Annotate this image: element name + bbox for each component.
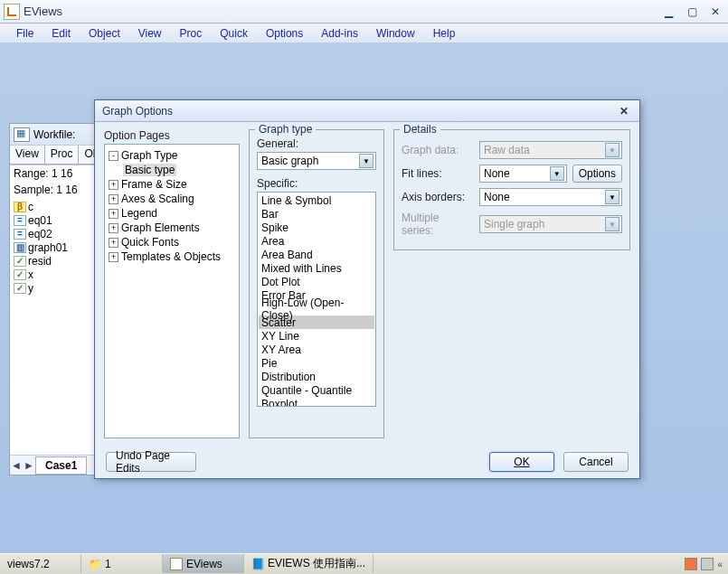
- chevron-down-icon: ▼: [550, 166, 564, 181]
- tree-expand-icon[interactable]: -: [109, 151, 118, 161]
- ok-button[interactable]: OK: [489, 452, 554, 472]
- wf-toolbar-view[interactable]: View: [10, 146, 45, 165]
- menu-add-ins[interactable]: Add-ins: [312, 25, 367, 42]
- tree-expand-icon[interactable]: +: [109, 252, 118, 262]
- menu-file[interactable]: File: [7, 25, 43, 42]
- workfile-item-label: graph01: [28, 241, 68, 254]
- wf-toolbar-proc[interactable]: Proc: [45, 146, 80, 165]
- specific-item[interactable]: Quantile - Quantile: [259, 383, 374, 397]
- folder-icon: 📁: [89, 558, 101, 570]
- detail-value: Raw data: [484, 144, 530, 156]
- titlebar: EViews ▁ ▢ ✕: [0, 0, 728, 24]
- tree-expand-icon[interactable]: +: [109, 238, 118, 248]
- specific-item[interactable]: Area Band: [259, 248, 374, 261]
- graph-options-dialog: Graph Options ✕ Option Pages -Graph Type…: [94, 99, 640, 479]
- workfile-item-label: eq02: [28, 228, 52, 240]
- specific-item[interactable]: Line & Symbol: [259, 193, 374, 207]
- eviews-icon: [170, 558, 183, 570]
- maximize-button[interactable]: ▢: [683, 5, 701, 18]
- detail-row: Axis borders:None▼: [402, 188, 622, 206]
- detail-value: None: [484, 167, 510, 180]
- close-button[interactable]: ✕: [706, 5, 724, 18]
- detail-select[interactable]: None▼: [479, 188, 622, 206]
- specific-listbox[interactable]: Line & SymbolBarSpikeAreaArea BandMixed …: [257, 192, 376, 407]
- chevron-down-icon: ▼: [605, 217, 619, 231]
- specific-item[interactable]: Mixed with Lines: [259, 261, 374, 275]
- tab-nav-right[interactable]: ►: [23, 459, 35, 472]
- tab-nav-left[interactable]: ◄: [10, 459, 23, 472]
- eq-icon: =: [14, 215, 26, 226]
- taskbar-item[interactable]: 📘EVIEWS 使用指南...: [244, 554, 373, 573]
- tree-item[interactable]: -Graph Type: [107, 148, 237, 163]
- tray-icon[interactable]: [701, 558, 714, 570]
- specific-item[interactable]: Boxplot: [259, 397, 374, 407]
- chevron-down-icon: ▼: [359, 154, 373, 168]
- menu-proc[interactable]: Proc: [171, 25, 212, 42]
- workfile-tab[interactable]: Case1: [35, 456, 87, 475]
- tree-expand-icon[interactable]: +: [109, 209, 118, 219]
- specific-item[interactable]: Bar: [259, 207, 374, 221]
- tree-expand-icon[interactable]: +: [109, 223, 118, 233]
- eq-icon: =: [14, 229, 26, 240]
- detail-row: Fit lines:None▼Options: [402, 165, 622, 183]
- detail-label: Multiple series:: [402, 212, 474, 237]
- workfile-item-label: resid: [28, 255, 52, 268]
- dialog-titlebar: Graph Options ✕: [95, 100, 639, 122]
- detail-label: Graph data:: [402, 144, 474, 156]
- specific-item[interactable]: Area: [259, 234, 374, 248]
- undo-page-edits-button[interactable]: Undo Page Edits: [106, 452, 196, 472]
- dialog-close-button[interactable]: ✕: [616, 105, 632, 118]
- tree-expand-icon[interactable]: +: [109, 194, 118, 204]
- options-button[interactable]: Options: [572, 165, 622, 183]
- system-tray: «: [679, 558, 728, 570]
- taskbar-label: views7.2: [7, 558, 50, 570]
- tree-label: Frame & Size: [121, 178, 187, 191]
- general-select[interactable]: Basic graph ▼: [257, 152, 376, 170]
- specific-item[interactable]: Spike: [259, 221, 374, 234]
- tree-item[interactable]: Basic type: [107, 163, 237, 177]
- beta-icon: β: [14, 202, 26, 212]
- tree-item[interactable]: +Templates & Objects: [107, 249, 237, 264]
- menu-window[interactable]: Window: [367, 25, 424, 42]
- option-pages-tree[interactable]: -Graph TypeBasic type+Frame & Size+Axes …: [104, 144, 240, 438]
- menu-object[interactable]: Object: [80, 25, 129, 42]
- detail-select[interactable]: None▼: [479, 165, 567, 183]
- workfile-item-label: c: [28, 201, 33, 213]
- tray-chevron-icon[interactable]: «: [717, 560, 723, 569]
- menu-edit[interactable]: Edit: [43, 25, 80, 42]
- minimize-button[interactable]: ▁: [659, 5, 677, 18]
- tree-item[interactable]: +Legend: [107, 206, 237, 221]
- graph-icon: ▥: [14, 242, 26, 253]
- detail-row: Multiple series:Single graph▼: [402, 212, 622, 237]
- general-label: General:: [257, 137, 376, 150]
- tree-label: Templates & Objects: [121, 250, 221, 263]
- menu-help[interactable]: Help: [424, 25, 465, 42]
- dialog-title: Graph Options: [102, 105, 616, 118]
- taskbar-label: EViews: [186, 558, 222, 570]
- specific-item[interactable]: XY Area: [259, 343, 374, 356]
- tree-expand-icon[interactable]: +: [109, 180, 118, 190]
- details-legend: Details: [400, 123, 440, 136]
- detail-label: Axis borders:: [402, 191, 474, 203]
- workfile-item-label: x: [28, 268, 33, 281]
- menu-options[interactable]: Options: [257, 25, 312, 42]
- cancel-button[interactable]: Cancel: [563, 452, 629, 472]
- tree-item[interactable]: +Axes & Scaling: [107, 192, 237, 206]
- tree-item[interactable]: +Frame & Size: [107, 177, 237, 192]
- specific-item[interactable]: XY Line: [259, 329, 374, 343]
- specific-item[interactable]: Distribution: [259, 370, 374, 383]
- specific-item[interactable]: High-Low (Open-Close): [259, 302, 374, 315]
- taskbar-item[interactable]: 📁1: [81, 554, 163, 573]
- menu-view[interactable]: View: [129, 25, 171, 42]
- specific-label: Specific:: [257, 177, 376, 190]
- chk-icon: ✓: [14, 283, 26, 294]
- specific-item[interactable]: Dot Plot: [259, 275, 374, 288]
- taskbar-item[interactable]: EViews: [163, 554, 244, 573]
- tray-icon[interactable]: [685, 558, 697, 570]
- taskbar-item[interactable]: views7.2: [0, 554, 81, 573]
- tree-label: Quick Fonts: [121, 236, 179, 249]
- menu-quick[interactable]: Quick: [211, 25, 257, 42]
- specific-item[interactable]: Pie: [259, 356, 374, 370]
- tree-item[interactable]: +Graph Elements: [107, 221, 237, 235]
- tree-item[interactable]: +Quick Fonts: [107, 235, 237, 249]
